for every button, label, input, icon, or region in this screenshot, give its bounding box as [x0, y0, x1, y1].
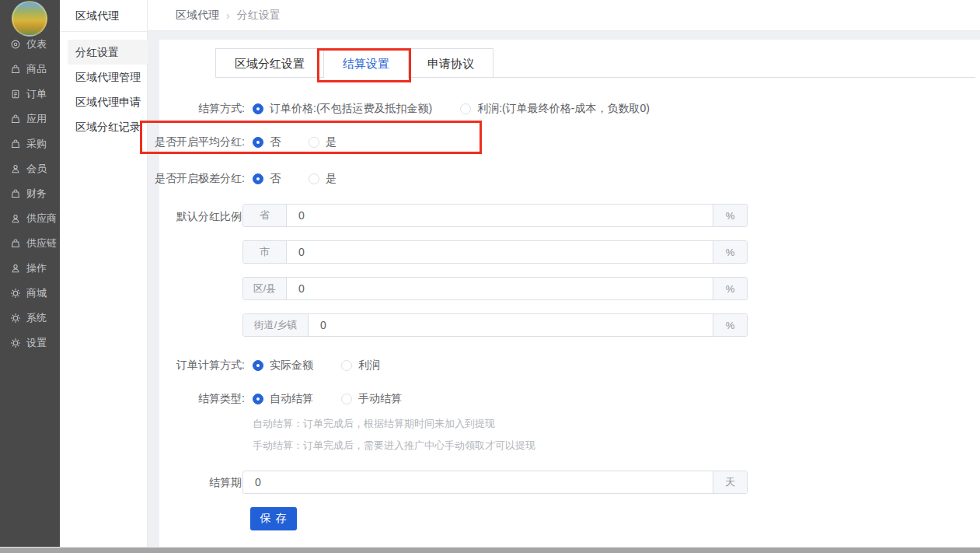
range-dividend-label: 是否开启极差分红: — [0, 172, 245, 186]
ratio-input-group-city: 市 % — [242, 240, 748, 264]
input-prefix: 市 — [243, 241, 287, 263]
submenu-title: 区域代理 — [75, 0, 119, 31]
radio-range-no[interactable]: 否 — [253, 172, 281, 186]
radio-auto-settle[interactable]: 自动结算 — [253, 392, 313, 406]
breadcrumb-separator-icon: › — [226, 9, 230, 22]
gear-icon — [10, 313, 21, 324]
ratio-input-province[interactable] — [287, 205, 713, 226]
input-suffix: 天 — [713, 471, 747, 493]
submenu-item-dividend-settings[interactable]: 分红设置 — [68, 40, 148, 65]
main-nav: 仪表 商品 订单 应用 采购 会员 财务 供应商 供应链 操作 商城 系统 设置 — [0, 32, 60, 355]
main-sidebar: 仪表 商品 订单 应用 采购 会员 财务 供应商 供应链 操作 商城 系统 设置 — [0, 0, 60, 553]
input-prefix: 街道/乡镇 — [243, 314, 309, 336]
radio-avg-yes[interactable]: 是 — [309, 135, 337, 149]
radio-order-price[interactable]: 订单价格:(不包括运费及抵扣金额) — [253, 102, 432, 116]
breadcrumb-parent[interactable]: 区域代理 — [176, 9, 219, 23]
bag-icon — [10, 238, 21, 249]
bag-icon — [10, 188, 21, 199]
ratio-input-group-province: 省 % — [242, 204, 748, 227]
secondary-sidebar: 区域代理 分红设置 区域代理管理 区域代理申请 区域分红记录 — [60, 0, 148, 553]
radio-checked-icon — [253, 103, 263, 114]
radio-unchecked-icon — [341, 394, 352, 404]
submenu-list: 分红设置 区域代理管理 区域代理申请 区域分红记录 — [60, 40, 148, 139]
bag-icon — [10, 64, 21, 75]
sidebar-item-settings[interactable]: 设置 — [0, 331, 60, 355]
breadcrumb: 区域代理 › 分红设置 — [176, 0, 281, 31]
auto-settle-help: 自动结算：订单完成后，根据结算期时间来加入到提现 — [253, 417, 495, 431]
radio-checked-icon — [253, 394, 263, 404]
radio-range-yes[interactable]: 是 — [309, 172, 337, 186]
sidebar-item-mall[interactable]: 商城 — [0, 281, 60, 306]
radio-actual-amount[interactable]: 实际金额 — [253, 359, 313, 373]
gear-icon — [10, 338, 21, 348]
radio-unchecked-icon — [341, 360, 352, 371]
tabs: 区域分红设置 结算设置 申请协议 — [215, 48, 493, 78]
admin-app: 仪表 商品 订单 应用 采购 会员 财务 供应商 供应链 操作 商城 系统 设置… — [0, 0, 980, 553]
sidebar-item-operations[interactable]: 操作 — [0, 256, 60, 281]
radio-avg-no[interactable]: 否 — [253, 135, 281, 149]
ratio-input-city[interactable] — [287, 241, 713, 263]
input-suffix: % — [713, 278, 747, 299]
sidebar-item-goods[interactable]: 商品 — [0, 57, 60, 82]
settle-type-label: 结算类型: — [0, 392, 245, 406]
tab-settlement-settings[interactable]: 结算设置 — [324, 48, 409, 78]
breadcrumb-current: 分红设置 — [237, 9, 281, 23]
ratio-input-street[interactable] — [309, 314, 713, 336]
sidebar-item-system[interactable]: 系统 — [0, 306, 60, 331]
horizontal-scrollbar[interactable] — [0, 547, 980, 553]
radio-checked-icon — [253, 173, 263, 184]
input-suffix: % — [713, 241, 747, 263]
avg-dividend-label: 是否开启平均分红: — [0, 135, 245, 149]
radio-profit[interactable]: 利润:(订单最终价格-成本，负数取0) — [460, 102, 650, 116]
input-suffix: % — [713, 314, 747, 336]
radio-checked-icon — [253, 137, 263, 148]
radio-order-profit[interactable]: 利润 — [341, 359, 380, 373]
tab-application-agreement[interactable]: 申请协议 — [409, 48, 493, 78]
ratio-input-group-street: 街道/乡镇 % — [242, 313, 748, 337]
settle-period-group: 天 — [242, 471, 748, 494]
sidebar-item-dashboard[interactable]: 仪表 — [0, 32, 60, 57]
scrollbar-thumb[interactable] — [0, 548, 980, 553]
settle-method-label: 结算方式: — [0, 102, 245, 116]
document-icon — [10, 89, 21, 100]
ratio-input-district[interactable] — [287, 278, 713, 299]
gear-icon — [10, 288, 21, 299]
settle-period-input[interactable] — [243, 471, 713, 493]
sidebar-item-supply-chain[interactable]: 供应链 — [0, 231, 60, 256]
radio-manual-settle[interactable]: 手动结算 — [341, 392, 402, 406]
settle-period-label: 结算期: — [0, 476, 245, 490]
radio-unchecked-icon — [309, 173, 319, 184]
submenu-divider — [60, 31, 148, 32]
save-button[interactable]: 保 存 — [250, 507, 297, 530]
default-ratio-label: 默认分红比例: — [0, 210, 245, 224]
radio-unchecked-icon — [460, 103, 471, 114]
order-calc-label: 订单计算方式: — [0, 359, 245, 373]
submenu-item-agent-management[interactable]: 区域代理管理 — [60, 65, 148, 89]
tab-region-dividend-settings[interactable]: 区域分红设置 — [215, 48, 324, 78]
radio-checked-icon — [253, 360, 263, 371]
radio-unchecked-icon — [309, 137, 319, 148]
input-prefix: 省 — [243, 205, 287, 226]
dashboard-icon — [10, 39, 21, 50]
input-suffix: % — [713, 205, 747, 226]
ratio-input-group-district: 区/县 % — [242, 277, 748, 300]
topbar: 区域代理 › 分红设置 — [148, 0, 980, 31]
person-icon — [10, 263, 21, 274]
input-prefix: 区/县 — [243, 278, 287, 299]
manual-settle-help: 手动结算：订单完成后，需要进入推广中心手动领取才可以提现 — [253, 439, 535, 453]
